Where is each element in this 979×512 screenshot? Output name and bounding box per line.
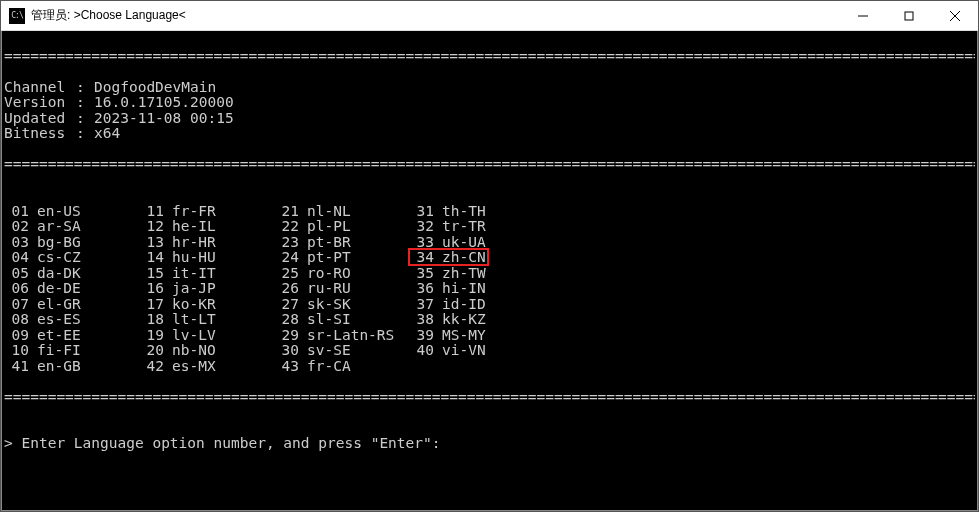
language-option: 43fr-CA: [274, 359, 409, 375]
language-code: fi-FI: [29, 343, 81, 359]
language-number: 04: [4, 250, 29, 266]
language-number: 40: [409, 343, 434, 359]
language-code: hr-HR: [164, 235, 216, 251]
cmd-icon: C:\: [9, 8, 25, 24]
language-number: 14: [139, 250, 164, 266]
language-option: 39MS-MY: [409, 328, 486, 344]
language-option: 22pl-PL: [274, 219, 409, 235]
language-row: 05da-DK15it-IT25ro-RO35zh-TW: [4, 266, 975, 282]
language-number: 02: [4, 219, 29, 235]
language-number: 22: [274, 219, 299, 235]
language-number: 07: [4, 297, 29, 313]
language-option: 01en-US: [4, 204, 139, 220]
language-option: 37id-ID: [409, 297, 486, 313]
language-option: 14hu-HU: [139, 250, 274, 266]
header-key: Channel: [4, 80, 76, 96]
language-code: fr-FR: [164, 204, 216, 220]
language-number: 23: [274, 235, 299, 251]
language-row: 04cs-CZ14hu-HU24pt-PT34zh-CN: [4, 250, 975, 266]
language-option: 33uk-UA: [409, 235, 486, 251]
language-option: 04cs-CZ: [4, 250, 139, 266]
language-code: he-IL: [164, 219, 216, 235]
header-row: Version:16.0.17105.20000: [4, 95, 975, 111]
language-option: 36hi-IN: [409, 281, 486, 297]
header-row: Channel:DogfoodDevMain: [4, 80, 975, 96]
language-number: 35: [409, 266, 434, 282]
header-value: 2023-11-08 00:15: [94, 111, 234, 127]
language-code: ru-RU: [299, 281, 351, 297]
language-code: en-US: [29, 204, 81, 220]
language-option: 17ko-KR: [139, 297, 274, 313]
language-code: zh-CN: [434, 250, 486, 266]
header-value: 16.0.17105.20000: [94, 95, 234, 111]
language-option: 32tr-TR: [409, 219, 486, 235]
language-number: 16: [139, 281, 164, 297]
language-number: 10: [4, 343, 29, 359]
minimize-button[interactable]: [840, 1, 886, 30]
close-button[interactable]: [932, 1, 978, 30]
language-code: vi-VN: [434, 343, 486, 359]
language-number: 12: [139, 219, 164, 235]
language-option: 27sk-SK: [274, 297, 409, 313]
language-option: 31th-TH: [409, 204, 486, 220]
titlebar[interactable]: C:\ 管理员: >Choose Language<: [1, 1, 978, 31]
header-sep: :: [76, 95, 94, 111]
header-value: x64: [94, 126, 120, 142]
language-code: sv-SE: [299, 343, 351, 359]
header-key: Bitness: [4, 126, 76, 142]
language-option: 07el-GR: [4, 297, 139, 313]
language-code: es-ES: [29, 312, 81, 328]
language-option: 42es-MX: [139, 359, 274, 375]
language-option: 29sr-Latn-RS: [274, 328, 409, 344]
language-number: 38: [409, 312, 434, 328]
language-row: 07el-GR17ko-KR27sk-SK37id-ID: [4, 297, 975, 313]
language-number: 26: [274, 281, 299, 297]
language-option: 38kk-KZ: [409, 312, 486, 328]
language-code: da-DK: [29, 266, 81, 282]
language-row: 03bg-BG13hr-HR23pt-BR33uk-UA: [4, 235, 975, 251]
language-option: 25ro-RO: [274, 266, 409, 282]
language-code: sl-SI: [299, 312, 351, 328]
language-number: 01: [4, 204, 29, 220]
language-number: 21: [274, 204, 299, 220]
divider-mid: ========================================…: [4, 157, 975, 173]
language-number: 27: [274, 297, 299, 313]
header-sep: :: [76, 80, 94, 96]
header-row: Bitness:x64: [4, 126, 975, 142]
language-option: 05da-DK: [4, 266, 139, 282]
language-option: 23pt-BR: [274, 235, 409, 251]
language-number: 32: [409, 219, 434, 235]
language-number: 11: [139, 204, 164, 220]
language-number: 13: [139, 235, 164, 251]
divider-top: ========================================…: [4, 49, 975, 65]
svg-rect-1: [905, 12, 913, 20]
language-option: 20nb-NO: [139, 343, 274, 359]
header-row: Updated:2023-11-08 00:15: [4, 111, 975, 127]
language-number: 20: [139, 343, 164, 359]
language-option: 13hr-HR: [139, 235, 274, 251]
language-option: 21nl-NL: [274, 204, 409, 220]
language-number: 15: [139, 266, 164, 282]
language-number: 33: [409, 235, 434, 251]
language-option: 08es-ES: [4, 312, 139, 328]
maximize-button[interactable]: [886, 1, 932, 30]
language-code: hi-IN: [434, 281, 486, 297]
language-code: ro-RO: [299, 266, 351, 282]
language-code: MS-MY: [434, 328, 486, 344]
language-option: 10fi-FI: [4, 343, 139, 359]
console-area[interactable]: ========================================…: [1, 31, 978, 511]
language-option: 02ar-SA: [4, 219, 139, 235]
input-prompt[interactable]: > Enter Language option number, and pres…: [4, 436, 975, 452]
language-option: 11fr-FR: [139, 204, 274, 220]
language-option: 12he-IL: [139, 219, 274, 235]
language-option: 06de-DE: [4, 281, 139, 297]
language-code: it-IT: [164, 266, 216, 282]
language-number: 08: [4, 312, 29, 328]
language-code: lv-LV: [164, 328, 216, 344]
language-number: 03: [4, 235, 29, 251]
language-option: 30sv-SE: [274, 343, 409, 359]
language-row: 10fi-FI20nb-NO30sv-SE40vi-VN: [4, 343, 975, 359]
window-title: 管理员: >Choose Language<: [31, 7, 840, 24]
language-number: 24: [274, 250, 299, 266]
language-code: tr-TR: [434, 219, 486, 235]
